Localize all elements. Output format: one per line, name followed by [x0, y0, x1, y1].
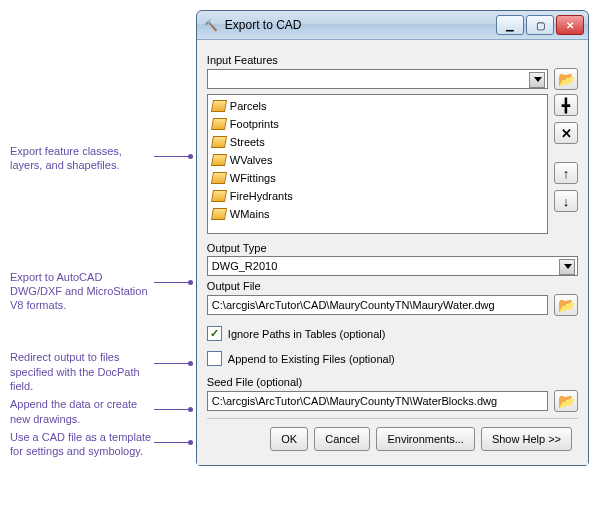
seed-file-value: C:\arcgis\ArcTutor\CAD\MauryCountyTN\Wat… [212, 395, 497, 407]
pointer-icon [154, 156, 192, 157]
seed-file-label: Seed File (optional) [207, 376, 578, 388]
move-down-button[interactable]: ↓ [554, 190, 578, 212]
move-up-button[interactable]: ↑ [554, 162, 578, 184]
cancel-button[interactable]: Cancel [314, 427, 370, 451]
list-item-label: Footprints [230, 118, 279, 130]
chevron-down-icon [534, 77, 542, 82]
list-item-label: Parcels [230, 100, 267, 112]
annotation-output-type: Export to AutoCAD DWG/DXF and MicroStati… [10, 270, 152, 313]
environments-button[interactable]: Environments... [376, 427, 474, 451]
feature-class-icon [211, 172, 227, 184]
list-item[interactable]: Footprints [212, 115, 543, 133]
titlebar[interactable]: 🔨 Export to CAD ▁ ▢ ✕ [197, 11, 588, 40]
output-type-combo[interactable]: DWG_R2010 [207, 256, 578, 276]
output-type-value: DWG_R2010 [212, 260, 277, 272]
output-file-input[interactable]: C:\arcgis\ArcTutor\CAD\MauryCountyTN\Mau… [207, 295, 548, 315]
feature-class-icon [211, 136, 227, 148]
button-bar: OK Cancel Environments... Show Help >> [207, 418, 578, 457]
pointer-icon [154, 442, 192, 443]
folder-open-icon: 📂 [558, 72, 575, 86]
folder-open-icon: 📂 [558, 298, 575, 312]
ok-button[interactable]: OK [270, 427, 308, 451]
feature-class-icon [211, 208, 227, 220]
annotation-docpath: Redirect output to files specified with … [10, 350, 152, 393]
maximize-button[interactable]: ▢ [526, 15, 554, 35]
hammer-icon: 🔨 [203, 17, 219, 33]
pointer-icon [154, 363, 192, 364]
list-item[interactable]: WFittings [212, 169, 543, 187]
browse-seed-button[interactable]: 📂 [554, 390, 578, 412]
feature-class-icon [211, 190, 227, 202]
feature-list[interactable]: Parcels Footprints Streets WValves WFitt… [207, 94, 548, 234]
ignore-paths-label: Ignore Paths in Tables (optional) [228, 328, 386, 340]
close-button[interactable]: ✕ [556, 15, 584, 35]
plus-icon: ╋ [562, 98, 570, 113]
browse-output-button[interactable]: 📂 [554, 294, 578, 316]
output-file-value: C:\arcgis\ArcTutor\CAD\MauryCountyTN\Mau… [212, 299, 495, 311]
x-icon: ✕ [561, 126, 572, 141]
output-file-label: Output File [207, 280, 578, 292]
client-area: Input Features 📂 Parcels Footprints Stre… [197, 40, 588, 465]
remove-button[interactable]: ✕ [554, 122, 578, 144]
list-item-label: FireHydrants [230, 190, 293, 202]
annotation-features: Export feature classes, layers, and shap… [10, 144, 152, 173]
seed-file-input[interactable]: C:\arcgis\ArcTutor\CAD\MauryCountyTN\Wat… [207, 391, 548, 411]
annotation-append: Append the data or create new drawings. [10, 397, 152, 426]
list-item-label: WFittings [230, 172, 276, 184]
chevron-down-icon [564, 264, 572, 269]
window-title: Export to CAD [225, 18, 496, 32]
append-checkbox[interactable] [207, 351, 222, 366]
add-button[interactable]: ╋ [554, 94, 578, 116]
output-type-label: Output Type [207, 242, 578, 254]
folder-open-icon: 📂 [558, 394, 575, 408]
arrow-up-icon: ↑ [563, 166, 570, 181]
annotation-seed: Use a CAD file as a template for setting… [10, 430, 152, 459]
show-help-button[interactable]: Show Help >> [481, 427, 572, 451]
feature-class-icon [211, 154, 227, 166]
list-item[interactable]: Streets [212, 133, 543, 151]
feature-class-icon [211, 100, 227, 112]
list-item[interactable]: Parcels [212, 97, 543, 115]
pointer-icon [154, 282, 192, 283]
pointer-icon [154, 409, 192, 410]
minimize-button[interactable]: ▁ [496, 15, 524, 35]
browse-input-button[interactable]: 📂 [554, 68, 578, 90]
annotation-column: Export feature classes, layers, and shap… [10, 10, 196, 463]
list-item[interactable]: WMains [212, 205, 543, 223]
ignore-paths-checkbox[interactable] [207, 326, 222, 341]
list-item[interactable]: WValves [212, 151, 543, 169]
list-item[interactable]: FireHydrants [212, 187, 543, 205]
input-features-label: Input Features [207, 54, 578, 66]
feature-class-icon [211, 118, 227, 130]
list-item-label: WValves [230, 154, 273, 166]
list-item-label: Streets [230, 136, 265, 148]
export-to-cad-window: 🔨 Export to CAD ▁ ▢ ✕ Input Features 📂 [196, 10, 589, 466]
append-label: Append to Existing Files (optional) [228, 353, 395, 365]
input-features-combo[interactable] [207, 69, 548, 89]
list-item-label: WMains [230, 208, 270, 220]
arrow-down-icon: ↓ [563, 194, 570, 209]
